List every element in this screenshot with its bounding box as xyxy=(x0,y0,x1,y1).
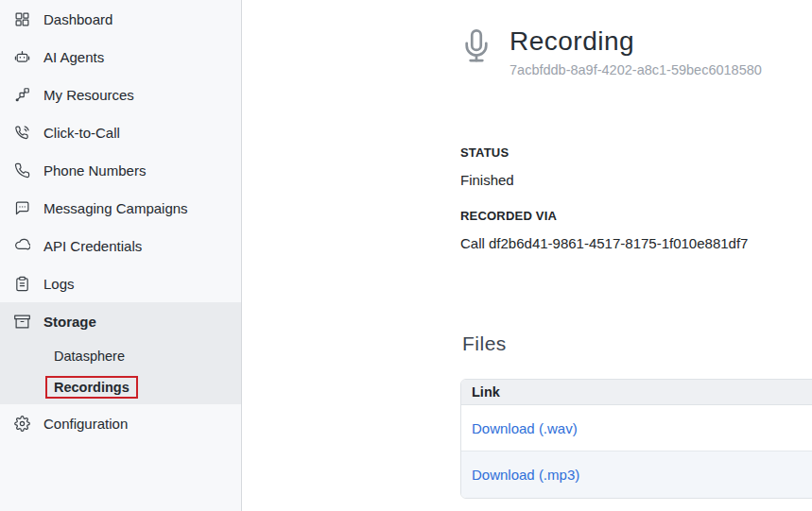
recording-details: STATUS Finished RECORDED VIA Call df2b6d… xyxy=(460,145,812,251)
sidebar-item-phone-numbers[interactable]: Phone Numbers xyxy=(0,151,241,189)
gear-icon xyxy=(13,415,30,432)
sidebar-item-label: Dashboard xyxy=(43,11,112,27)
sidebar-item-label: Logs xyxy=(43,276,75,292)
files-heading: Files xyxy=(462,332,507,355)
sidebar-subitem-recordings[interactable]: Recordings xyxy=(0,372,241,402)
sidebar-item-api-credentials[interactable]: API Credentials xyxy=(0,227,241,264)
sidebar-item-configuration[interactable]: Configuration xyxy=(0,404,241,442)
recorded-via-label: RECORDED VIA xyxy=(460,209,812,223)
sidebar-item-storage[interactable]: Storage xyxy=(0,302,241,340)
sidebar-item-label: My Resources xyxy=(43,87,134,103)
archive-box-icon xyxy=(13,313,30,330)
phone-icon xyxy=(13,162,30,179)
cloud-icon xyxy=(13,237,30,254)
page-header: Recording 7acbfddb-8a9f-4202-a8c1-59bec6… xyxy=(458,19,762,77)
sidebar-item-messaging-campaigns[interactable]: Messaging Campaigns xyxy=(0,189,241,227)
recordings-annotation-box[interactable]: Recordings xyxy=(45,376,138,399)
sidebar-item-click-to-call[interactable]: Click-to-Call xyxy=(0,113,241,151)
sidebar-item-my-resources[interactable]: My Resources xyxy=(0,76,241,113)
sidebar-item-label: API Credentials xyxy=(43,238,142,254)
sidebar-subitem-label: Datasphere xyxy=(54,349,125,364)
table-row: Download (.wav) xyxy=(461,405,812,451)
status-value: Finished xyxy=(460,172,812,188)
sidebar-item-label: Messaging Campaigns xyxy=(43,200,188,216)
table-row: Download (.mp3) xyxy=(461,451,812,498)
storage-section: Storage Datasphere Recordings xyxy=(0,302,241,404)
chat-bubble-icon xyxy=(13,199,30,216)
title-block: Recording 7acbfddb-8a9f-4202-a8c1-59bec6… xyxy=(510,19,762,77)
status-label: STATUS xyxy=(460,145,812,160)
page-title: Recording xyxy=(510,26,762,57)
download-wav-link[interactable]: Download (.wav) xyxy=(472,420,578,436)
recording-id: 7acbfddb-8a9f-4202-a8c1-59bec6018580 xyxy=(510,62,762,77)
phone-call-icon xyxy=(13,124,30,141)
sidebar-item-label: AI Agents xyxy=(43,49,104,65)
dashboard-icon xyxy=(13,10,30,27)
sidebar-item-label: Configuration xyxy=(43,416,128,432)
sidebar-item-dashboard[interactable]: Dashboard xyxy=(0,0,241,38)
column-header-link: Link xyxy=(472,384,500,400)
sidebar-subitem-datasphere[interactable]: Datasphere xyxy=(0,340,241,372)
files-table: Link Download (.wav) Download (.mp3) xyxy=(460,379,812,499)
sidebar-item-label: Phone Numbers xyxy=(43,162,146,179)
files-table-header: Link xyxy=(461,380,812,405)
recorded-via-value: Call df2b6d41-9861-4517-8175-1f010e881df… xyxy=(460,235,812,251)
network-nodes-icon xyxy=(13,86,30,103)
sidebar-item-label: Storage xyxy=(43,314,96,330)
microphone-icon xyxy=(458,19,494,77)
sidebar-item-logs[interactable]: Logs xyxy=(0,264,241,302)
sidebar-item-label: Click-to-Call xyxy=(43,125,120,141)
clipboard-icon xyxy=(13,275,30,292)
sidebar: Dashboard AI Agents My Resources Click-t… xyxy=(0,0,242,511)
app-window: Dashboard AI Agents My Resources Click-t… xyxy=(0,0,812,511)
robot-icon xyxy=(13,48,30,65)
sidebar-item-ai-agents[interactable]: AI Agents xyxy=(0,38,241,76)
download-mp3-link[interactable]: Download (.mp3) xyxy=(472,467,579,483)
